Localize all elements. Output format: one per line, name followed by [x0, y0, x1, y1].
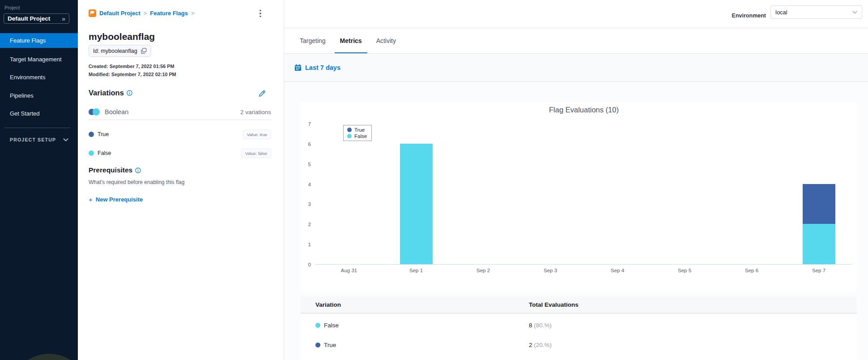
table-percent: (80.%) [534, 322, 552, 329]
flag-detail-panel: Default Project > Feature Flags > mybool… [78, 0, 284, 360]
table-variation-name: True [324, 342, 336, 348]
table-row-true: True 2 (20.%) [301, 338, 857, 354]
legend-dot [347, 128, 352, 132]
y-axis-tick: 7 [300, 121, 311, 127]
y-axis-tick: 6 [300, 141, 311, 147]
chevron-down-icon [63, 138, 68, 141]
flag-title: mybooleanflag [89, 31, 155, 42]
evaluations-table-card: Variation Total Evaluations False 8 (80.… [301, 296, 857, 360]
table-percent: (20.%) [534, 342, 552, 348]
sidebar-item-environments[interactable]: Environments [0, 74, 78, 81]
help-resource-circle[interactable] [10, 354, 78, 360]
info-icon[interactable] [127, 90, 132, 96]
table-count: 8 [529, 322, 532, 329]
variations-heading: Variations [89, 89, 132, 97]
project-selector[interactable]: Default Project » [4, 13, 69, 24]
environment-select[interactable]: local [770, 5, 862, 19]
sidebar-item-pipelines[interactable]: Pipelines [0, 92, 78, 99]
sidebar-item-feature-flags[interactable]: Feature Flags [0, 33, 78, 48]
y-axis-tick: 1 [300, 242, 311, 247]
flag-evaluations-chart-card: Flag Evaluations (10) TrueFalse 01234567… [301, 102, 857, 292]
project-selector-value: Default Project [8, 15, 50, 22]
sidebar: Project Default Project » Feature Flags … [0, 0, 78, 360]
variation-name-false: False [98, 150, 111, 156]
variation-row-true: True Value: true [89, 129, 271, 140]
project-setup-toggle[interactable]: PROJECT SETUP [10, 137, 68, 142]
prerequisites-description: What's required before enabling this fla… [89, 179, 184, 185]
boolean-toggle-icon [89, 108, 100, 116]
y-axis-tick: 0 [300, 262, 311, 267]
x-axis-label: Sep 6 [718, 268, 785, 273]
bar-false-sep-7 [803, 224, 835, 264]
tab-metrics[interactable]: Metrics [340, 28, 362, 53]
variation-value-chip-false: Value: false [241, 149, 271, 158]
legend-dot [347, 134, 352, 138]
sidebar-item-target-management[interactable]: Target Management [0, 56, 78, 63]
variation-type-row: Boolean 2 variations [89, 108, 271, 116]
table-row-false: False 8 (80.%) [301, 318, 857, 334]
legend-item-false: False [347, 133, 367, 139]
environment-select-value: local [775, 9, 787, 16]
flag-id-chip: Id: mybooleanflag [89, 45, 151, 57]
divider [89, 120, 271, 120]
table-count: 2 [529, 342, 532, 348]
table-dot-false [315, 323, 320, 328]
legend-item-true: True [347, 127, 367, 133]
date-filter-band: Last 7 days [284, 53, 868, 82]
project-label: Project [4, 5, 20, 10]
breadcrumb-separator: > [144, 10, 147, 17]
breadcrumb-link-feature-flags[interactable]: Feature Flags [150, 10, 188, 17]
bar-false-sep-1 [400, 144, 433, 264]
chart-legend: TrueFalse [343, 125, 372, 141]
x-axis-label: Sep 4 [584, 268, 651, 273]
x-axis-label: Sep 2 [450, 268, 517, 273]
new-prerequisite-label: New Prerequisite [96, 196, 143, 203]
environment-header: Environment local [284, 0, 868, 28]
table-header-total-evaluations: Total Evaluations [529, 301, 579, 308]
calendar-icon [294, 64, 302, 71]
variation-value-chip-true: Value: true [243, 130, 271, 139]
copy-icon[interactable] [141, 48, 147, 54]
prerequisites-heading: Prerequisites [89, 166, 141, 174]
info-icon[interactable] [135, 167, 141, 173]
chevron-down-icon [852, 11, 857, 14]
legend-label: False [354, 133, 367, 139]
metrics-content: Flag Evaluations (10) TrueFalse 01234567… [284, 82, 868, 360]
x-axis-label: Sep 3 [517, 268, 584, 273]
metrics-panel: Environment local Targeting Metrics Acti… [284, 0, 868, 360]
flag-options-kebab-menu[interactable] [256, 8, 265, 19]
breadcrumb-link-project[interactable]: Default Project [99, 10, 140, 17]
project-setup-label: PROJECT SETUP [10, 137, 56, 142]
date-range-button[interactable]: Last 7 days [294, 64, 340, 71]
chart-plot: TrueFalse 01234567Aug 31Sep 1Sep 2Sep 3S… [315, 124, 852, 265]
flag-id-text: Id: mybooleanflag [93, 48, 137, 54]
flag-modified-date: Modified: September 7, 2022 02:10 PM [89, 72, 176, 77]
date-range-label: Last 7 days [305, 64, 340, 71]
environment-label: Environment [732, 13, 766, 19]
variation-type-label: Boolean [105, 108, 128, 116]
legend-label: True [354, 127, 365, 133]
table-variation-name: False [324, 322, 339, 329]
chart-title: Flag Evaluations (10) [315, 106, 852, 114]
table-evaluations-value: 2 (20.%) [529, 342, 552, 348]
edit-variations-pencil-icon[interactable] [258, 90, 266, 98]
prerequisites-heading-text: Prerequisites [89, 166, 132, 174]
x-axis-label: Sep 7 [785, 268, 852, 273]
new-prerequisite-button[interactable]: + New Prerequisite [89, 196, 143, 203]
bar-true-sep-7 [803, 184, 835, 224]
table-header-variation: Variation [315, 301, 341, 308]
plus-icon: + [89, 196, 93, 203]
tab-activity[interactable]: Activity [376, 28, 396, 53]
variations-heading-text: Variations [89, 89, 124, 97]
sidebar-divider [4, 128, 70, 128]
tab-targeting[interactable]: Targeting [300, 28, 326, 53]
variation-dot-true [89, 132, 94, 137]
flag-tabs: Targeting Metrics Activity [284, 28, 868, 53]
table-evaluations-value: 8 (80.%) [529, 322, 552, 329]
breadcrumb-separator: > [191, 10, 195, 17]
variation-count: 2 variations [240, 109, 271, 116]
feature-flags-module-icon [89, 9, 96, 17]
x-axis-label: Sep 1 [383, 268, 450, 273]
sidebar-item-get-started[interactable]: Get Started [0, 110, 78, 117]
variation-dot-false [89, 150, 94, 156]
